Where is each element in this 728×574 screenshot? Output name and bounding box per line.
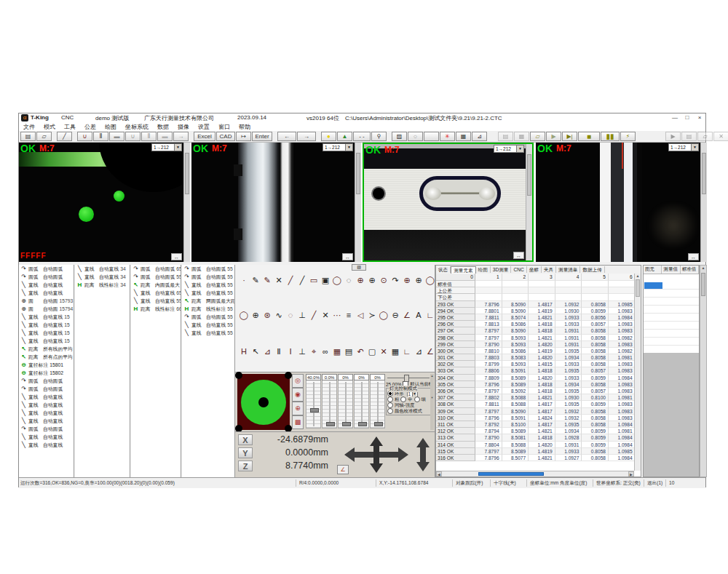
- arrow-right-icon[interactable]: →: [297, 132, 316, 141]
- dot-circle-icon[interactable]: ⊙: [379, 275, 389, 285]
- angle-open-icon[interactable]: ≻: [367, 310, 377, 320]
- list-item[interactable]: ╲直线自动直线: [19, 409, 74, 417]
- angle2-icon[interactable]: ∟: [402, 346, 412, 356]
- table-row[interactable]: 307 OK7.88028.50881.48211.09300.81001.09…: [436, 394, 634, 401]
- dim-perp-icon[interactable]: ⊥: [297, 346, 307, 356]
- list-item[interactable]: ╲直线自动直线: [19, 401, 74, 409]
- circle4-icon[interactable]: ◯: [379, 310, 389, 320]
- slider-thumb[interactable]: [374, 422, 383, 426]
- line-icon[interactable]: ╱: [285, 275, 296, 285]
- triangle-left-icon[interactable]: ◁: [355, 310, 365, 320]
- list-item[interactable]: ↷圆弧自动圆弧: [19, 385, 74, 393]
- light-slider[interactable]: [354, 380, 369, 428]
- list-item[interactable]: ╲直线自动直线15: [19, 321, 74, 329]
- camera1-resize-handle[interactable]: ↔: [171, 253, 182, 260]
- scroll-thumb[interactable]: [478, 472, 544, 476]
- list-item[interactable]: ╲直线自动直线: [19, 441, 74, 449]
- menu-item-坐标系统[interactable]: 坐标系统: [121, 123, 153, 131]
- blank-button[interactable]: [424, 132, 439, 141]
- table-row[interactable]: 301 OK7.88038.50831.48201.09340.80581.09…: [436, 354, 634, 361]
- runner-icon[interactable]: ⚡: [620, 132, 636, 141]
- camera4-scrollbar[interactable]: [700, 143, 707, 262]
- z-axis-button[interactable]: Z: [238, 461, 253, 471]
- table-fixed-row[interactable]: 上公差: [436, 287, 634, 294]
- dim-angle-icon[interactable]: ⊿: [262, 346, 272, 356]
- cross2-icon[interactable]: ✕: [320, 310, 331, 320]
- scroll-left-icon[interactable]: ◀: [436, 471, 442, 477]
- rect-icon[interactable]: ▭: [309, 275, 319, 285]
- menu-item-设置[interactable]: 设置: [194, 123, 214, 131]
- table-vertical-scrollbar[interactable]: ▲: [634, 274, 641, 471]
- triangle-icon[interactable]: ⊿: [414, 346, 424, 356]
- table-tab-测量元素[interactable]: 测量元素: [451, 266, 475, 274]
- excel-button[interactable]: Excel: [194, 132, 215, 141]
- scroll-right-icon[interactable]: ▶: [628, 471, 634, 477]
- chevron-down-icon[interactable]: ▼: [174, 144, 181, 151]
- light-slider[interactable]: [338, 380, 353, 428]
- doc-icon[interactable]: ▤: [344, 346, 354, 356]
- edge-u-auto-icon[interactable]: ∪: [125, 132, 141, 141]
- light-intensity-slider[interactable]: [387, 375, 430, 380]
- save2-icon[interactable]: ▤: [681, 132, 697, 141]
- measure-line-icon[interactable]: ╱: [57, 132, 72, 141]
- right-panel-scrollbar[interactable]: ▲: [700, 265, 707, 477]
- list-item[interactable]: ↖距离内圆弧最大: [131, 281, 181, 289]
- table-tab-数据上传[interactable]: 数据上传: [580, 266, 604, 273]
- dim-diag-icon[interactable]: ↖: [250, 346, 261, 356]
- arrow-left-icon[interactable]: ←: [277, 132, 296, 141]
- camera3-scrollbar[interactable]: [526, 144, 532, 260]
- minimize-button[interactable]: —: [669, 113, 681, 122]
- table-row[interactable]: 299 OK7.87908.50931.48201.09310.80581.09…: [436, 341, 634, 348]
- list-item[interactable]: ╲直线自动直线: [19, 433, 74, 441]
- delete-icon[interactable]: ✕: [713, 132, 728, 141]
- table-row[interactable]: 310 OK7.87968.50911.48241.09320.80581.09…: [436, 415, 634, 421]
- pencil2-icon[interactable]: ✎: [262, 275, 272, 285]
- table-row[interactable]: 315 OK7.87978.50891.48191.09330.80581.09…: [436, 448, 634, 455]
- list-item[interactable]: ⊕圆自动圆15794: [19, 305, 74, 313]
- parallel-icon[interactable]: ≡: [344, 310, 354, 320]
- list-item[interactable]: H距离线性标注66: [131, 305, 181, 313]
- list-item[interactable]: ↖距离两圆弧最大距: [182, 297, 234, 305]
- list-item[interactable]: ⊕圆自动圆15793: [19, 297, 74, 305]
- grid-icon[interactable]: ▦: [332, 346, 342, 356]
- cad-button[interactable]: CAD: [216, 132, 235, 141]
- table-tab-CNC[interactable]: CNC: [511, 266, 526, 273]
- box-icon[interactable]: ▢: [367, 346, 377, 356]
- table-row[interactable]: 308 OK7.88118.50881.48171.09350.80591.09…: [436, 401, 634, 407]
- list-item[interactable]: ↖距离所有线的平均: [19, 345, 74, 353]
- grid-run-icon[interactable]: ▦: [514, 132, 529, 141]
- blob-icon[interactable]: ◌: [285, 310, 296, 320]
- slider-thumb[interactable]: [326, 422, 335, 426]
- menu-item-公差[interactable]: 公差: [80, 123, 100, 131]
- radio-粗[interactable]: [387, 396, 393, 402]
- crosshair-circle-icon[interactable]: ⊕: [355, 275, 365, 285]
- mountain-icon[interactable]: ▲: [337, 132, 352, 141]
- list-item[interactable]: ╲直线自动直线: [19, 417, 74, 425]
- light-slider[interactable]: [322, 380, 337, 428]
- line2-icon[interactable]: ╱: [297, 275, 307, 285]
- light-panel-scrollbar[interactable]: ▲▼: [430, 374, 434, 430]
- dim-h-icon[interactable]: H: [239, 346, 249, 356]
- edge-u-icon[interactable]: ∪: [77, 132, 92, 141]
- dim-i-icon[interactable]: Ⅰ: [285, 346, 296, 356]
- table-row[interactable]: 316 OK7.87968.50771.48211.09270.80581.09…: [436, 455, 634, 461]
- chart-icon[interactable]: ⊿: [472, 132, 487, 141]
- ellipse-icon[interactable]: ◯: [425, 275, 435, 285]
- list-item[interactable]: ↷圆弧自动圆弧65: [131, 265, 181, 273]
- lasso-icon[interactable]: ◌: [408, 132, 423, 141]
- undo-icon[interactable]: ↶: [355, 346, 365, 356]
- list-item[interactable]: ↷圆弧自动圆弧55: [131, 273, 181, 281]
- table-row[interactable]: 297 OK7.87978.50901.48181.09310.80581.09…: [436, 327, 634, 334]
- table-row[interactable]: 294 OK7.88018.50901.48191.09300.80591.09…: [436, 308, 634, 314]
- table-tab-测量清单[interactable]: 测量清单: [556, 266, 580, 273]
- open2-icon[interactable]: ▱: [697, 132, 713, 141]
- menu-item-模式[interactable]: 模式: [39, 123, 60, 131]
- open-folder-icon[interactable]: ▱: [36, 132, 52, 141]
- list-item[interactable]: ╲直线自动直线34: [75, 273, 130, 281]
- crosshair3-icon[interactable]: ⊕: [250, 310, 261, 320]
- menu-item-绘图[interactable]: 绘图: [100, 123, 121, 131]
- camera-view-2[interactable]: OK M:7 1→212▼ ↔: [191, 143, 361, 262]
- save-run-icon[interactable]: ▤: [498, 132, 513, 141]
- target-icon[interactable]: ⊕: [402, 275, 412, 285]
- list-item[interactable]: H距离线性标注34: [75, 281, 130, 289]
